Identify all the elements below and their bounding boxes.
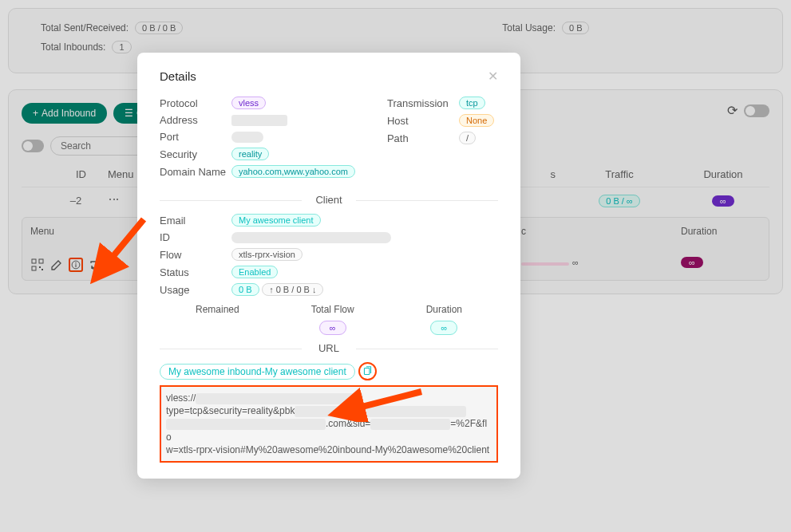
port-label: Port (160, 131, 231, 143)
transmission-value: tcp (459, 97, 485, 109)
email-value: My awesome client (231, 214, 321, 227)
domain-value: yahoo.com,www.yahoo.com (231, 165, 355, 178)
totalflow-value: ∞ (319, 321, 346, 335)
svg-rect-8 (364, 368, 370, 374)
protocol-label: Protocol (160, 97, 231, 109)
port-value (231, 132, 263, 143)
client-section-divider: Client (160, 194, 498, 206)
usage-value-1: 0 B (231, 283, 259, 296)
client-id-label: ID (160, 231, 231, 243)
usage-value-2: ↑ 0 B / 0 B ↓ (262, 283, 323, 296)
annotation-arrow-info (88, 211, 152, 291)
email-label: Email (160, 215, 231, 227)
domain-label: Domain Name (160, 166, 231, 178)
flow-value: xtls-rprx-vision (231, 248, 303, 261)
host-value: None (459, 114, 494, 127)
svg-line-9 (94, 219, 144, 279)
security-label: Security (160, 148, 231, 160)
close-icon[interactable]: ✕ (488, 69, 498, 84)
transmission-label: Transmission (387, 97, 459, 109)
address-value (231, 115, 287, 126)
totalflow-label: Total Flow (311, 304, 354, 315)
duration-value: ∞ (430, 321, 457, 335)
flow-label: Flow (160, 249, 231, 261)
copy-icon[interactable] (358, 362, 377, 380)
annotation-arrow-copy (326, 386, 429, 422)
path-value: / (459, 132, 476, 144)
status-value: Enabled (231, 266, 278, 278)
modal-title: Details (160, 69, 196, 83)
url-section-divider: URL (160, 342, 498, 354)
protocol-value: vless (231, 97, 266, 109)
svg-line-10 (334, 392, 421, 414)
path-label: Path (387, 132, 459, 144)
url-tag: My awesome inbound-My awesome client (160, 364, 355, 380)
usage-label: Usage (160, 284, 231, 296)
address-label: Address (160, 114, 231, 126)
duration-label: Duration (426, 304, 462, 315)
status-label: Status (160, 266, 231, 278)
remained-label: Remained (196, 304, 239, 315)
security-value: reality (231, 148, 269, 160)
client-id-value (231, 232, 391, 243)
host-label: Host (387, 115, 459, 127)
